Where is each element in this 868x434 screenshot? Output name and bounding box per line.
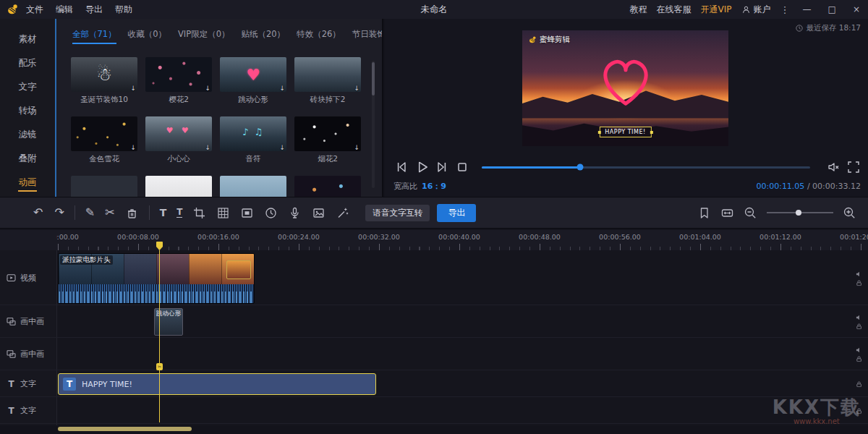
material-item[interactable]: ↓小心心 xyxy=(145,116,212,176)
mute-track-icon[interactable] xyxy=(856,314,862,320)
timeline-ruler[interactable]: 00:00:00.0000:00:08.0000:00:16.0000:00:2… xyxy=(0,230,868,250)
delete-trash-icon[interactable] xyxy=(125,206,139,220)
tab-stickers[interactable]: 贴纸（20） xyxy=(241,29,285,44)
material-thumb-notes[interactable]: ↓ xyxy=(220,116,286,151)
download-icon[interactable]: ↓ xyxy=(205,145,210,151)
sidebar-item-text[interactable]: 文字 xyxy=(0,75,55,99)
ruler-ticks[interactable]: 00:00:00.0000:00:08.0000:00:16.0000:00:2… xyxy=(56,230,868,250)
account-button[interactable]: 账户 xyxy=(741,4,771,16)
video-clip[interactable]: 派拉蒙电影片头 xyxy=(58,253,255,304)
marker-flag-icon[interactable] xyxy=(697,206,711,220)
zoom-in-icon[interactable] xyxy=(843,206,856,220)
stop-button[interactable] xyxy=(454,159,470,175)
close-button[interactable]: × xyxy=(849,4,864,14)
material-thumb[interactable] xyxy=(294,176,361,197)
export-button[interactable]: 导出 xyxy=(437,204,476,222)
material-item[interactable] xyxy=(220,176,286,197)
lock-track-icon[interactable] xyxy=(856,380,862,387)
tab-all[interactable]: 全部（71） xyxy=(72,29,116,44)
subtitle-tool-icon[interactable]: T xyxy=(176,208,182,218)
material-item[interactable]: ↓金色雪花 xyxy=(71,116,137,176)
material-thumb-sakura[interactable]: ↓ xyxy=(145,57,212,92)
download-icon[interactable]: ↓ xyxy=(130,145,136,151)
record-mic-icon[interactable] xyxy=(288,206,302,220)
tab-effects[interactable]: 特效（26） xyxy=(297,29,341,44)
material-thumb[interactable] xyxy=(145,176,212,197)
sidebar-item-animation[interactable]: 动画 xyxy=(0,171,55,195)
download-icon[interactable]: ↓ xyxy=(205,85,210,92)
material-thumb[interactable] xyxy=(71,176,137,197)
mute-track-icon[interactable] xyxy=(856,346,862,353)
speech-text-button[interactable]: 语音文字互转 xyxy=(365,205,430,221)
text-overlay-selected[interactable]: HAPPY TIME! xyxy=(599,127,651,137)
material-thumb-fireworks[interactable]: ↓ xyxy=(294,116,361,151)
sidebar-item-filter[interactable]: 滤镜 xyxy=(0,123,55,147)
crop-icon[interactable] xyxy=(192,206,206,220)
zoom-out-icon[interactable] xyxy=(744,206,757,220)
materials-scrollbar[interactable] xyxy=(372,61,375,188)
more-menu-icon[interactable]: ⋮ xyxy=(780,4,790,15)
track-text-1[interactable]: T 文字 T HAPPY TIME! xyxy=(0,371,868,397)
timeline-zoom-slider[interactable] xyxy=(767,212,833,213)
tab-favorites[interactable]: 收藏（0） xyxy=(128,29,166,44)
lock-track-icon[interactable] xyxy=(856,355,862,362)
lock-track-icon[interactable] xyxy=(856,323,862,329)
redo-icon[interactable]: ↷ xyxy=(54,207,64,218)
mute-icon[interactable] xyxy=(826,160,841,174)
play-button[interactable] xyxy=(414,159,430,175)
track-pip-1[interactable]: 画中画 跳动心形 xyxy=(0,306,868,338)
aspect-ratio[interactable]: 宽高比16：9 xyxy=(393,181,446,192)
fullscreen-icon[interactable] xyxy=(846,160,861,174)
track-pip-2[interactable]: 画中画 xyxy=(0,339,868,370)
duration-clock-icon[interactable] xyxy=(264,206,278,220)
lock-track-icon[interactable] xyxy=(856,279,862,286)
sidebar-item-overlay[interactable]: 叠附 xyxy=(0,147,55,171)
mute-track-icon[interactable] xyxy=(856,271,862,277)
vip-link[interactable]: 开通VIP xyxy=(701,4,732,16)
download-icon[interactable]: ↓ xyxy=(279,85,285,92)
menu-file[interactable]: 文件 xyxy=(26,4,43,16)
text-clip-selected[interactable]: T HAPPY TIME! xyxy=(58,373,376,395)
material-item[interactable]: ↓圣诞节装饰10 xyxy=(71,57,137,116)
fit-timeline-icon[interactable] xyxy=(720,206,734,220)
minimize-button[interactable]: — xyxy=(799,4,815,14)
material-thumb-bricks[interactable]: ↓ xyxy=(294,57,361,92)
overlay-frame-icon[interactable] xyxy=(240,206,254,220)
download-icon[interactable]: ↓ xyxy=(130,85,136,92)
tab-vip[interactable]: VIP限定（0） xyxy=(178,29,230,44)
heart-overlay[interactable] xyxy=(595,54,657,109)
next-frame-button[interactable] xyxy=(434,159,450,175)
tutorial-link[interactable]: 教程 xyxy=(630,4,647,16)
material-thumb[interactable] xyxy=(220,176,286,197)
material-item[interactable] xyxy=(294,176,361,197)
download-icon[interactable]: ↓ xyxy=(279,145,285,151)
seek-bar[interactable] xyxy=(482,166,810,169)
material-item[interactable]: ↓跳动心形 xyxy=(220,57,286,116)
edit-pencil-icon[interactable]: ✎ xyxy=(85,207,95,218)
material-item[interactable]: ↓音符 xyxy=(220,116,286,176)
magic-wand-icon[interactable] xyxy=(336,206,349,220)
mosaic-icon[interactable] xyxy=(216,206,230,220)
material-item[interactable] xyxy=(71,176,137,197)
zoom-slider-handle[interactable] xyxy=(796,210,801,216)
split-scissors-icon[interactable]: ✂ xyxy=(105,207,114,218)
track-text-2[interactable]: T 文字 xyxy=(0,398,868,424)
menu-help[interactable]: 帮助 xyxy=(115,4,132,16)
material-thumb-goldsnow[interactable]: ↓ xyxy=(71,116,137,151)
seek-handle[interactable] xyxy=(577,164,584,171)
sidebar-item-transition[interactable]: 转场 xyxy=(0,99,55,123)
picture-icon[interactable] xyxy=(312,206,326,220)
text-tool-icon[interactable]: T xyxy=(160,207,167,218)
support-link[interactable]: 在线客服 xyxy=(657,4,692,16)
timeline-horizontal-scrollbar[interactable] xyxy=(58,427,192,431)
sidebar-item-media[interactable]: 素材 xyxy=(0,27,55,51)
material-item[interactable]: ↓砖块掉下2 xyxy=(294,57,361,116)
material-item[interactable]: ↓烟花2 xyxy=(294,116,361,176)
material-item[interactable]: ↓樱花2 xyxy=(145,57,212,116)
prev-frame-button[interactable] xyxy=(393,159,409,175)
sidebar-item-music[interactable]: 配乐 xyxy=(0,51,55,75)
undo-icon[interactable]: ↶ xyxy=(33,207,43,218)
material-thumb-heart[interactable]: ↓ xyxy=(220,57,286,92)
material-item[interactable] xyxy=(145,176,212,197)
download-icon[interactable]: ↓ xyxy=(354,145,359,151)
